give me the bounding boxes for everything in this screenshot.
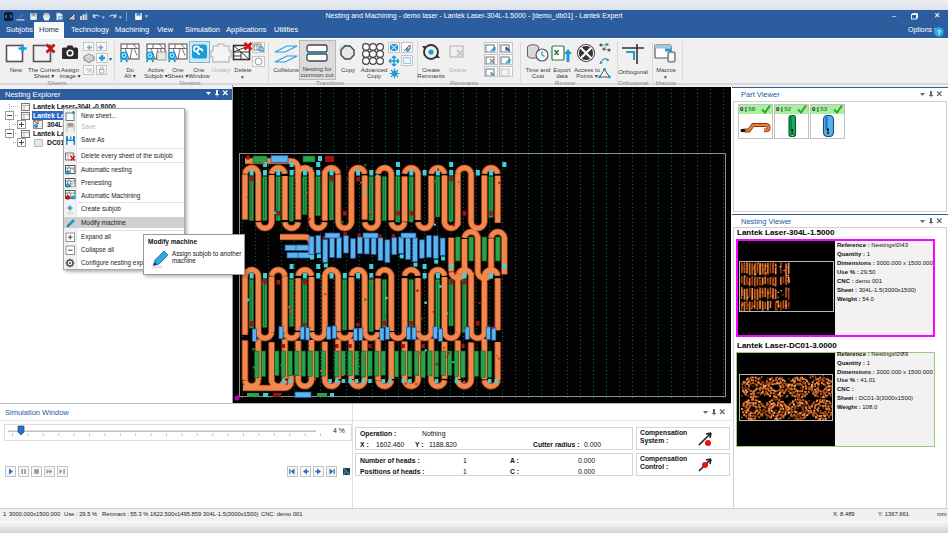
svg-text:%: % (86, 67, 92, 74)
svg-text:?: ? (937, 29, 941, 36)
